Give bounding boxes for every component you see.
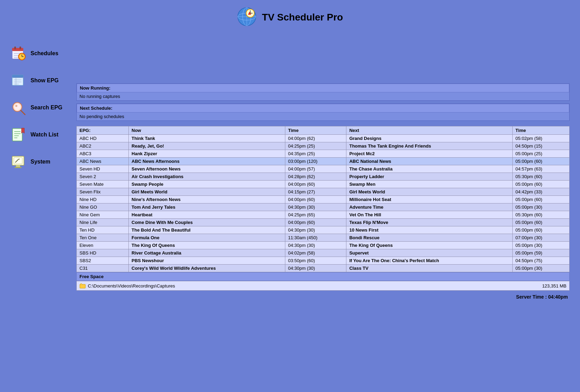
table-row: ABC3Hank Zipzer04:35pm (25)Project Mc205… xyxy=(77,150,570,158)
now-time: 04:00pm (60) xyxy=(285,181,346,188)
now-show: Come Dine With Me Couples xyxy=(129,219,285,226)
next-time: 05:00pm (60) xyxy=(513,219,570,226)
now-time: 04:30pm (30) xyxy=(285,242,346,249)
epg-channel: Nine HD xyxy=(77,196,129,203)
svg-point-29 xyxy=(14,104,20,110)
svg-rect-40 xyxy=(16,165,20,167)
next-show: Grand Designs xyxy=(346,135,513,142)
show-epg-label: Show EPG xyxy=(31,77,59,84)
app-title: TV Scheduler Pro xyxy=(262,12,343,23)
next-time: 04:42pm (33) xyxy=(513,188,570,196)
schedules-label: Schedules xyxy=(31,50,58,57)
now-show: The Bold And The Beautiful xyxy=(129,226,285,234)
now-time: 11:30am (450) xyxy=(285,234,346,242)
svg-rect-22 xyxy=(12,75,23,78)
col-header-next: Next xyxy=(346,126,513,135)
svg-rect-13 xyxy=(19,47,21,49)
table-row: Nine LifeCome Dine With Me Couples04:00p… xyxy=(77,219,570,226)
free-space-path: C:\Documents\Videos\Recordings\Captures xyxy=(79,283,175,289)
now-time: 04:02pm (58) xyxy=(285,249,346,257)
now-time: 04:25pm (65) xyxy=(285,211,346,219)
next-show: Vet On The Hill xyxy=(346,211,513,219)
now-running-value: No running captures xyxy=(79,94,120,99)
now-time: 04:25pm (25) xyxy=(285,142,346,150)
next-show: Millionaire Hot Seat xyxy=(346,196,513,203)
now-time: 04:30pm (30) xyxy=(285,226,346,234)
sidebar-item-search-epg[interactable]: Search EPG xyxy=(10,99,62,116)
epg-channel: Nine Life xyxy=(77,219,129,226)
next-schedule-value: No pending schedules xyxy=(79,114,124,119)
now-show: Swamp People xyxy=(129,181,285,188)
next-time: 05:00pm (59) xyxy=(513,249,570,257)
now-time: 04:00pm (62) xyxy=(285,135,346,142)
now-show: ABC News Afternoons xyxy=(129,158,285,165)
next-time: 05:30pm (60) xyxy=(513,211,570,219)
next-show: Bondi Rescue xyxy=(346,234,513,242)
now-show: PBS Newshour xyxy=(129,257,285,265)
epg-table: EPG: Now Time Next Time ABC HDThink Tank… xyxy=(76,126,570,272)
now-show: Think Tank xyxy=(129,135,285,142)
show-epg-icon xyxy=(10,72,27,89)
table-row: Seven FlixGirl Meets World04:15pm (27)Gi… xyxy=(77,188,570,196)
now-show: Girl Meets World xyxy=(129,188,285,196)
sidebar-item-schedules[interactable]: Schedules xyxy=(10,45,62,62)
next-show: Swamp Men xyxy=(346,181,513,188)
now-time: 04:00pm (60) xyxy=(285,196,346,203)
free-space-section: Free Space C:\Documents\Videos\Recording… xyxy=(76,272,570,291)
next-show: 10 News First xyxy=(346,226,513,234)
svg-rect-32 xyxy=(12,128,22,141)
next-show: Supervet xyxy=(346,249,513,257)
svg-rect-11 xyxy=(12,48,23,51)
now-time: 04:00pm (60) xyxy=(285,219,346,226)
next-time: 05:02pm (58) xyxy=(513,135,570,142)
svg-marker-37 xyxy=(22,128,24,133)
svg-rect-39 xyxy=(14,158,22,164)
sidebar-item-show-epg[interactable]: Show EPG xyxy=(10,72,62,89)
app-header: TV Scheduler Pro xyxy=(0,0,580,38)
now-show: Tom And Jerry Tales xyxy=(129,203,285,211)
table-row: Ten OneFormula One11:30am (450)Bondi Res… xyxy=(77,234,570,242)
next-time: 05:00pm (60) xyxy=(513,181,570,188)
table-row: C31Corey's Wild World Wildlife Adventure… xyxy=(77,265,570,272)
now-time: 04:30pm (30) xyxy=(285,265,346,272)
next-time: 04:50pm (75) xyxy=(513,257,570,265)
system-label: System xyxy=(31,159,50,165)
table-row: Seven 2Air Crash Investigations04:28pm (… xyxy=(77,173,570,181)
next-time: 05:00pm (25) xyxy=(513,150,570,158)
schedules-icon xyxy=(10,45,27,62)
next-show: Adventure Time xyxy=(346,203,513,211)
epg-channel: Seven Mate xyxy=(77,181,129,188)
epg-channel: Seven 2 xyxy=(77,173,129,181)
now-show: Air Crash Investigations xyxy=(129,173,285,181)
epg-channel: Eleven xyxy=(77,242,129,249)
now-running-label: Now Running: xyxy=(80,85,110,91)
now-show: The King Of Queens xyxy=(129,242,285,249)
col-header-epg: EPG: xyxy=(77,126,129,135)
free-space-header: Free Space xyxy=(76,272,570,281)
svg-point-31 xyxy=(15,105,17,107)
next-show: ABC National News xyxy=(346,158,513,165)
app-logo-icon xyxy=(237,7,258,28)
table-row: Seven MateSwamp People04:00pm (60)Swamp … xyxy=(77,181,570,188)
epg-channel: SBS2 xyxy=(77,257,129,265)
next-time: 05:00pm (60) xyxy=(513,158,570,165)
next-time: 05:30pm (60) xyxy=(513,173,570,181)
sidebar-item-watch-list[interactable]: Watch List xyxy=(10,126,62,143)
next-time: 04:50pm (15) xyxy=(513,142,570,150)
now-running-content: No running captures xyxy=(77,92,569,100)
watch-list-label: Watch List xyxy=(31,132,58,138)
table-row: Nine HDNine's Afternoon News04:00pm (60)… xyxy=(77,196,570,203)
svg-rect-44 xyxy=(80,284,85,288)
server-time-label: Server Time : 04:40pm xyxy=(516,294,568,300)
now-show: River Cottage Australia xyxy=(129,249,285,257)
next-time: 04:57pm (63) xyxy=(513,165,570,173)
next-schedule-header: Next Schedule: xyxy=(77,104,569,112)
table-row: ABC HDThink Tank04:00pm (62)Grand Design… xyxy=(77,135,570,142)
table-row: Nine GemHeartbeat04:25pm (65)Vet On The … xyxy=(77,211,570,219)
search-epg-icon xyxy=(10,99,27,116)
table-row: ABC2Ready, Jet, Go!04:25pm (25)Thomas Th… xyxy=(77,142,570,150)
sidebar-item-system[interactable]: System xyxy=(10,153,62,170)
next-time: 05:00pm (60) xyxy=(513,226,570,234)
table-row: SBS HDRiver Cottage Australia04:02pm (58… xyxy=(77,249,570,257)
next-show: Class TV xyxy=(346,265,513,272)
